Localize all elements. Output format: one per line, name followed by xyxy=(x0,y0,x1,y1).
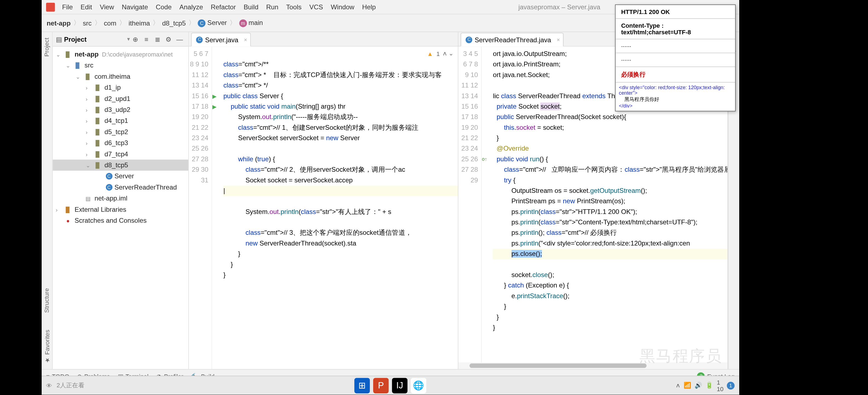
bc-main[interactable]: mmain xyxy=(238,19,265,27)
warning-icon: ▲ xyxy=(427,50,433,57)
editor-left: C Server.java × ▲1 ʌ ⌄ 5 6 7 8 9 10 11 1… xyxy=(189,32,459,369)
wifi-icon[interactable]: 📶 xyxy=(684,382,691,389)
ov-dots: ······ xyxy=(616,39,735,53)
viewers-count: 👁 2人正在看 xyxy=(46,381,84,390)
http-response-overlay: HTTP/1.1 200 OK Content-Type : text/html… xyxy=(615,4,736,111)
tool-project[interactable]: Project xyxy=(43,37,50,57)
ov-html-snippet: <div style="color: red;font-size: 120px;… xyxy=(616,83,735,111)
breadcrumb: net-app 〉 src 〉 com 〉 itheima 〉 d8_tcp5 … xyxy=(45,18,265,28)
class-icon: C xyxy=(196,36,203,43)
systray: ʌ 📶 🔊 🔋 110 1 xyxy=(676,379,735,392)
clock[interactable]: 110 xyxy=(717,379,723,392)
menu-code[interactable]: Code xyxy=(152,3,175,11)
tab-serverreader[interactable]: C ServerReaderThread.java × xyxy=(461,33,564,46)
method-icon: m xyxy=(239,20,247,27)
bc-d8[interactable]: d8_tcp5 xyxy=(160,19,187,27)
ov-newline-note: 必须换行 xyxy=(616,67,735,83)
class-icon: C xyxy=(198,20,206,27)
bc-com[interactable]: com xyxy=(102,19,118,27)
class-icon: C xyxy=(105,173,112,179)
menu-help[interactable]: Help xyxy=(359,3,380,11)
menu-analyze[interactable]: Analyze xyxy=(176,3,207,11)
menu-run[interactable]: Run xyxy=(262,3,282,11)
menu-file[interactable]: File xyxy=(58,3,77,11)
inspection-badge[interactable]: ▲1 ʌ ⌄ xyxy=(427,50,454,57)
bc-project[interactable]: net-app xyxy=(45,19,72,27)
collapse-icon[interactable]: ≣ xyxy=(152,35,163,43)
project-tree[interactable]: ⌄▉net-appD:\code\javasepromax\net ⌄▉src … xyxy=(52,47,188,369)
close-icon[interactable]: × xyxy=(557,36,560,43)
windows-start-icon[interactable]: ⊞ xyxy=(354,378,370,393)
project-view-icon: ▤ xyxy=(56,35,62,43)
menu-tools[interactable]: Tools xyxy=(282,3,306,11)
notification-badge[interactable]: 1 xyxy=(727,382,735,389)
menu-vcs[interactable]: VCS xyxy=(306,3,327,11)
chrome-icon[interactable]: 🌐 xyxy=(411,378,426,393)
class-icon: C xyxy=(105,184,112,191)
ov-content-type: Content-Type : text/html;charset=UTF-8 xyxy=(616,19,735,39)
bc-itheima[interactable]: itheima xyxy=(127,19,152,27)
bc-src[interactable]: src xyxy=(81,19,93,27)
menu-view[interactable]: View xyxy=(96,3,118,11)
menu-window[interactable]: Window xyxy=(327,3,359,11)
window-title: javasepromax – Server.java xyxy=(518,3,600,11)
project-tool-window: ▤ Project ▾ ⊕ ≡ ≣ ⚙ — ⌄▉net-appD:\code\j… xyxy=(52,32,189,369)
battery-icon[interactable]: 🔋 xyxy=(706,382,713,389)
tab-server[interactable]: C Server.java × xyxy=(191,33,251,46)
menu-build[interactable]: Build xyxy=(240,3,262,11)
gear-icon[interactable]: ⚙ xyxy=(163,35,174,43)
code-editor-left[interactable]: ▲1 ʌ ⌄ 5 6 7 8 9 10 11 12 13 14 15 16 17… xyxy=(189,47,458,369)
menu-edit[interactable]: Edit xyxy=(77,3,96,11)
locate-icon[interactable]: ⊕ xyxy=(130,35,141,43)
project-title[interactable]: Project xyxy=(64,35,127,43)
left-tool-strip: Project Structure ★ Favorites xyxy=(42,32,52,369)
hide-icon[interactable]: — xyxy=(174,35,185,43)
watermark: 黑马程序员 xyxy=(640,346,722,367)
tool-structure[interactable]: Structure xyxy=(43,288,50,313)
tray-chevron-icon[interactable]: ʌ xyxy=(676,382,680,389)
menu-navigate[interactable]: Navigate xyxy=(118,3,152,11)
tool-favorites[interactable]: ★ Favorites xyxy=(43,330,51,363)
project-header: ▤ Project ▾ ⊕ ≡ ≣ ⚙ — xyxy=(52,32,188,47)
bc-server[interactable]: CServer xyxy=(196,19,228,27)
intellij-icon xyxy=(46,2,55,11)
ov-dots: ······ xyxy=(616,53,735,67)
powerpoint-icon[interactable]: P xyxy=(373,378,389,393)
volume-icon[interactable]: 🔊 xyxy=(694,382,702,389)
expand-icon[interactable]: ≡ xyxy=(141,35,152,43)
menu-refactor[interactable]: Refactor xyxy=(207,3,240,11)
ov-status-line: HTTP/1.1 200 OK xyxy=(616,5,735,19)
class-icon: C xyxy=(466,36,472,43)
windows-taskbar: 👁 2人正在看 ⊞ P IJ 🌐 ʌ 📶 🔊 🔋 110 1 xyxy=(42,376,739,395)
intellij-icon[interactable]: IJ xyxy=(392,378,408,393)
close-icon[interactable]: × xyxy=(244,36,247,43)
